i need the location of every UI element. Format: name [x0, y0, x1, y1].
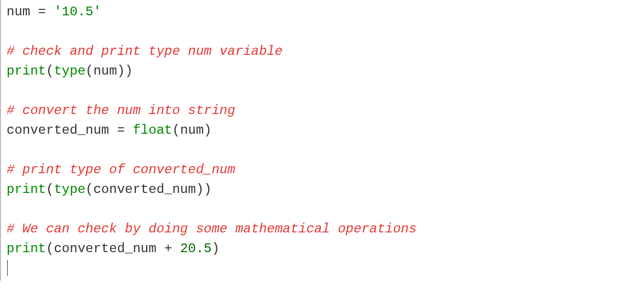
paren: ( [46, 64, 54, 78]
builtin-float: float [133, 123, 172, 138]
builtin-print: print [7, 241, 46, 256]
code-line-7: converted_num = float(num) [7, 121, 644, 140]
code-line-10: print(type(converted_num)) [7, 180, 644, 200]
comment: # We can check by doing some mathematica… [7, 221, 417, 236]
builtin-print: print [7, 64, 46, 78]
assign-op: = [109, 123, 133, 138]
comment: # check and print type num variable [7, 44, 283, 59]
string-literal: '10.5' [54, 4, 101, 19]
code-line-1: num = '10.5' [7, 2, 644, 22]
number-literal: 20.5 [180, 241, 212, 256]
paren: ) [211, 241, 219, 256]
paren: )) [117, 64, 133, 78]
blank-line [7, 200, 644, 219]
code-line-12: # We can check by doing some mathematica… [7, 219, 644, 239]
builtin-print: print [7, 182, 46, 197]
paren: )) [196, 182, 212, 197]
variable-ref: num [180, 123, 204, 138]
comment: # convert the num into string [7, 103, 235, 118]
variable-ref: converted_num [93, 182, 196, 197]
paren: ( [46, 241, 54, 256]
code-line-4: print(type(num)) [7, 61, 644, 81]
blank-line [7, 140, 644, 160]
blank-line [7, 81, 644, 101]
paren: ( [46, 182, 54, 197]
paren: ( [172, 123, 180, 138]
paren: ( [85, 182, 93, 197]
text-cursor [7, 260, 8, 276]
variable-name: num [7, 4, 30, 19]
code-line-9: # print type of converted_num [7, 160, 644, 180]
code-line-13: print(converted_num + 20.5) [7, 239, 644, 259]
code-line-3: # check and print type num variable [7, 42, 644, 61]
cursor-line [7, 259, 644, 278]
paren: ( [85, 64, 93, 78]
blank-line [7, 22, 644, 42]
variable-ref: converted_num [54, 241, 156, 256]
builtin-type: type [54, 182, 85, 197]
builtin-type: type [54, 64, 85, 78]
code-editor[interactable]: num = '10.5' # check and print type num … [0, 0, 644, 281]
plus-op: + [157, 241, 180, 256]
paren: ) [204, 123, 211, 138]
assign-op: = [30, 4, 54, 19]
variable-name: converted_num [7, 123, 109, 138]
variable-ref: num [93, 64, 117, 78]
comment: # print type of converted_num [7, 162, 235, 177]
code-line-6: # convert the num into string [7, 101, 644, 121]
